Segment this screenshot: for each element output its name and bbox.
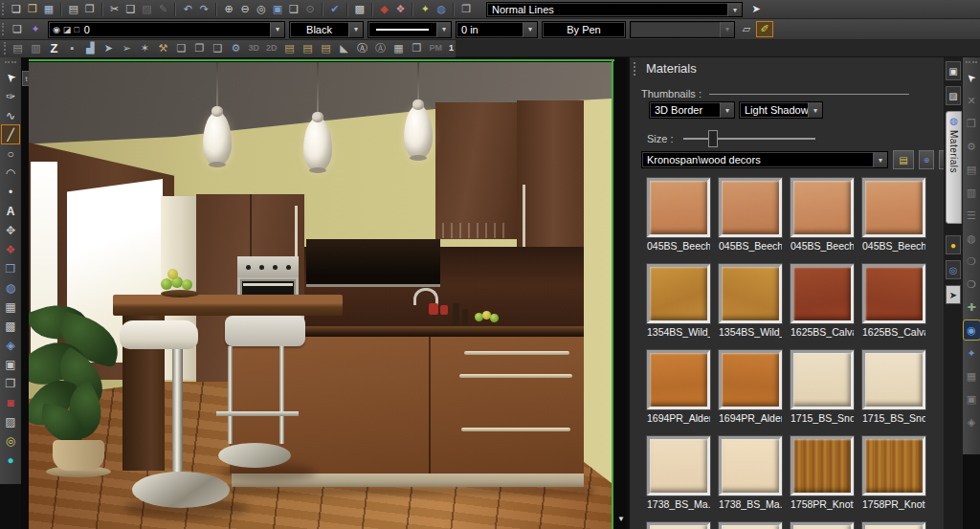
toolbar-grip[interactable]: [5, 61, 16, 66]
select-tool-icon[interactable]: ➤: [2, 68, 19, 86]
separator[interactable]: [371, 3, 373, 16]
material-swatch[interactable]: [719, 350, 782, 409]
print-preview-icon[interactable]: ❐: [83, 2, 97, 16]
zoom-z-icon[interactable]: Z: [46, 41, 61, 55]
slider-thumb[interactable]: [708, 130, 718, 147]
chip-tool-icon[interactable]: ▣: [964, 389, 980, 408]
hatch-tool-icon[interactable]: ▨: [2, 412, 19, 430]
workplane-tool-icon[interactable]: ❒: [2, 259, 19, 277]
redo-icon[interactable]: ↷: [197, 2, 211, 16]
material-swatch[interactable]: [647, 522, 710, 529]
cup-tool-icon[interactable]: ❍: [964, 252, 980, 271]
separator[interactable]: [101, 3, 103, 16]
scroll-down-icon[interactable]: ▼: [615, 513, 627, 524]
material-swatch[interactable]: [791, 350, 854, 409]
copy-icon[interactable]: ❑: [124, 2, 138, 16]
material-swatch[interactable]: [862, 178, 925, 237]
insert-symbol-icon[interactable]: ✦: [28, 22, 43, 36]
point-tool-icon[interactable]: •: [2, 183, 19, 201]
render-pink-icon[interactable]: ❖: [394, 2, 408, 16]
hammer-icon[interactable]: ⚒: [155, 41, 170, 55]
zoom-fit-icon[interactable]: ▣: [271, 2, 284, 16]
copy-tool-icon[interactable]: ❐: [2, 374, 19, 392]
object-tool-icon[interactable]: ❒: [964, 114, 980, 133]
page-stack-icon[interactable]: ❑: [210, 41, 225, 55]
grid-tool-icon[interactable]: ▦: [964, 366, 980, 386]
cup2-tool-icon[interactable]: ❍: [964, 275, 980, 294]
text-a2-icon[interactable]: Ⓐ: [372, 41, 388, 55]
material-swatch[interactable]: [791, 522, 854, 529]
zoom-in-icon[interactable]: ⊕: [222, 2, 235, 16]
mode-2d-label[interactable]: 2D: [264, 41, 279, 55]
material-swatch[interactable]: [719, 264, 782, 323]
chevron-down-icon[interactable]: ▾: [727, 3, 742, 16]
material-swatch[interactable]: [862, 436, 925, 496]
lights-icon[interactable]: ✦: [418, 2, 432, 16]
chevron-down-icon[interactable]: ▾: [808, 102, 822, 118]
walkthrough-icon[interactable]: ➤: [100, 41, 116, 55]
chevron-down-icon[interactable]: ▾: [270, 22, 284, 37]
stack-tool-icon[interactable]: ☰: [964, 206, 980, 225]
layer-combo[interactable]: ◉ ◪ □ 0 ▾: [48, 21, 285, 38]
slider-track[interactable]: [683, 138, 815, 140]
corner-icon[interactable]: ◣: [336, 41, 351, 55]
pen-pattern-combo[interactable]: ▾: [368, 21, 452, 38]
material-swatch[interactable]: [719, 522, 782, 529]
tab-materials[interactable]: ◍ Materials: [946, 111, 962, 224]
zoom-realtime-icon[interactable]: ◎: [255, 2, 268, 16]
material-swatch[interactable]: [719, 436, 782, 496]
pattern-tool-icon[interactable]: ▦: [2, 298, 19, 316]
cut-icon[interactable]: ✂: [108, 2, 122, 16]
separator[interactable]: [174, 3, 176, 16]
page-setup-icon[interactable]: ❐: [191, 41, 207, 55]
lightbulb-tool-icon[interactable]: ◎: [2, 431, 19, 450]
box2-tool-icon[interactable]: ▥: [964, 183, 980, 202]
material-library-combo[interactable]: Kronospan\wood decors ▾: [641, 151, 888, 168]
scene-panel-icon[interactable]: ▨: [946, 86, 961, 105]
sphere-tool-icon[interactable]: ◍: [964, 229, 980, 248]
zoom-previous-icon[interactable]: ⊙: [303, 2, 317, 16]
sphere-tool-icon[interactable]: ◍: [2, 278, 19, 297]
dimension-tool-icon[interactable]: ❖: [2, 240, 19, 258]
move-tool-icon[interactable]: ✥: [2, 221, 19, 239]
folder-dc-icon[interactable]: ▤: [281, 41, 297, 55]
pm-label[interactable]: PM: [427, 41, 444, 55]
open-file-icon[interactable]: ❒: [26, 2, 39, 16]
line-style-combo[interactable]: Normal Lines ▾: [486, 2, 743, 17]
material-swatch[interactable]: [791, 264, 854, 323]
separator[interactable]: [453, 3, 455, 16]
zoom-window-icon[interactable]: ❑: [287, 2, 301, 16]
material-active-icon[interactable]: ◉: [964, 320, 980, 340]
eraser-icon[interactable]: ▱: [739, 22, 754, 36]
pen-color-combo[interactable]: Black ▾: [289, 21, 364, 38]
color-select-icon[interactable]: ●: [2, 451, 19, 469]
render-red-icon[interactable]: ◆: [378, 2, 391, 16]
shadow-style-combo[interactable]: Light Shadow ▾: [739, 101, 823, 119]
text-a-icon[interactable]: Ⓐ: [354, 41, 369, 55]
chevron-down-icon[interactable]: ▾: [873, 152, 887, 167]
paste-icon[interactable]: ▨: [141, 2, 154, 16]
undo-icon[interactable]: ↶: [181, 2, 194, 16]
zoom-out-icon[interactable]: ⊖: [238, 2, 252, 16]
select-tool-icon[interactable]: ➤: [964, 68, 980, 87]
flyover-icon[interactable]: ➢: [119, 41, 134, 55]
mode-3d-label[interactable]: 3D: [246, 41, 261, 55]
separator[interactable]: [346, 3, 348, 16]
save-icon[interactable]: ▦: [42, 2, 56, 16]
panel-grip[interactable]: [634, 62, 638, 76]
toolbar-grip[interactable]: [966, 61, 977, 66]
material-swatch[interactable]: [791, 178, 854, 237]
toolbar-grip[interactable]: [2, 23, 7, 35]
plus-tool-icon[interactable]: ✚: [964, 298, 980, 317]
luminance-panel-icon[interactable]: ◎: [946, 260, 961, 279]
new-document-icon[interactable]: ❏: [10, 2, 23, 16]
chevron-down-icon[interactable]: ▾: [720, 102, 734, 118]
toolbar-grip[interactable]: [2, 3, 7, 15]
material-swatch[interactable]: [647, 350, 710, 409]
gem-tool-icon[interactable]: ◈: [964, 412, 980, 431]
pattern-x-tool-icon[interactable]: ▩: [2, 317, 19, 335]
gallery-icon[interactable]: ❒: [409, 41, 424, 55]
line-tool-icon[interactable]: ╱: [2, 125, 19, 143]
environment-globe-icon[interactable]: ◍: [434, 2, 448, 16]
snap-check-icon[interactable]: ✔: [328, 2, 342, 16]
